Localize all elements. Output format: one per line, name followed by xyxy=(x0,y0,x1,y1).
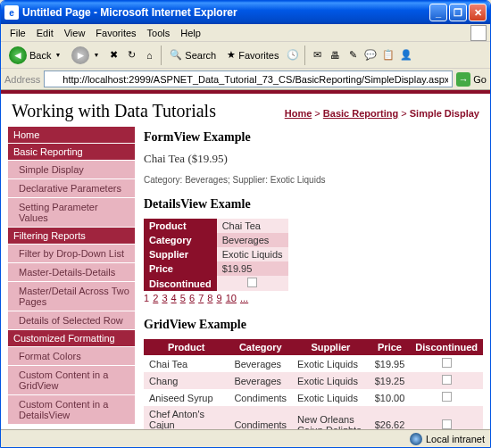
maximize-button[interactable]: ❐ xyxy=(449,4,467,21)
details-label: Discontinued xyxy=(144,276,217,291)
menu-edit[interactable]: Edit xyxy=(31,26,59,40)
details-label: Product xyxy=(144,219,217,233)
detailsview-heading: DetailsView Examle xyxy=(144,197,483,212)
pager-link[interactable]: 3 xyxy=(162,293,167,303)
nav-item[interactable]: Setting Parameter Values xyxy=(8,197,135,227)
checkbox-icon xyxy=(442,419,452,429)
favorites-button[interactable]: ★Favorites xyxy=(222,46,283,63)
pager-link[interactable]: 4 xyxy=(171,293,177,303)
grid-cell-discontinued xyxy=(410,389,483,406)
grid-cell: Exotic Liquids xyxy=(292,389,370,406)
pager-link[interactable]: 2 xyxy=(153,293,158,303)
nav-item[interactable]: Master/Detail Across Two Pages xyxy=(8,281,135,311)
grid-cell: Beverages xyxy=(229,372,292,389)
address-bar: Address →Go xyxy=(1,69,490,90)
search-button[interactable]: 🔍Search xyxy=(165,46,221,63)
grid-cell: Beverages xyxy=(229,355,292,372)
history-icon[interactable]: 🕓 xyxy=(285,47,301,63)
security-zone: Local intranet xyxy=(410,433,485,445)
breadcrumb-section[interactable]: Basic Reporting xyxy=(323,108,398,119)
browser-window: e Untitled Page - Microsoft Internet Exp… xyxy=(0,0,491,448)
table-row: ChangBeveragesExotic Liquids$19.25 xyxy=(144,372,483,389)
pager-link[interactable]: ... xyxy=(240,293,248,303)
details-value: Beverages xyxy=(217,233,288,247)
detailsview-table: ProductChai TeaCategoryBeveragesSupplier… xyxy=(144,219,288,291)
grid-column-header: Price xyxy=(370,339,411,355)
grid-cell: Condiments xyxy=(229,389,292,406)
discuss-icon[interactable]: 💬 xyxy=(362,47,379,63)
toolbar: ◄Back▼ ►▼ ✖ ↻ ⌂ 🔍Search ★Favorites 🕓 ✉ 🖶… xyxy=(1,42,490,69)
menu-tools[interactable]: Tools xyxy=(142,26,176,40)
details-value: Exotic Liquids xyxy=(217,247,288,261)
menu-favorites[interactable]: Favorites xyxy=(90,26,141,40)
minimize-button[interactable]: _ xyxy=(429,4,447,21)
main-content: FormView Example Chai Tea ($19.95) Categ… xyxy=(144,127,483,445)
menu-file[interactable]: File xyxy=(4,26,31,40)
details-value xyxy=(217,276,288,291)
nav-item[interactable]: Filter by Drop-Down List xyxy=(8,244,135,262)
breadcrumb-home[interactable]: Home xyxy=(285,108,312,119)
nav-section[interactable]: Customized Formatting xyxy=(8,330,135,346)
nav-item[interactable]: Simple Display xyxy=(8,160,135,178)
statusbar: Local intranet xyxy=(1,429,490,447)
print-icon[interactable]: 🖶 xyxy=(327,47,343,63)
grid-cell: Aniseed Syrup xyxy=(144,389,229,406)
zone-icon xyxy=(410,433,422,445)
back-button[interactable]: ◄Back▼ xyxy=(4,44,65,67)
grid-cell: Chang xyxy=(144,372,229,389)
nav-item[interactable]: Master-Details-Details xyxy=(8,262,135,281)
messenger-icon[interactable]: 👤 xyxy=(398,47,414,63)
grid-cell-discontinued xyxy=(410,355,483,372)
nav-section[interactable]: Filtering Reports xyxy=(8,228,135,244)
menu-help[interactable]: Help xyxy=(175,26,206,40)
pager-link[interactable]: 7 xyxy=(198,293,204,303)
pager-link: 1 xyxy=(144,293,149,303)
grid-column-header: Discontinued xyxy=(410,339,483,355)
details-value: Chai Tea xyxy=(217,219,288,233)
details-label: Price xyxy=(144,261,217,276)
titlebar: e Untitled Page - Microsoft Internet Exp… xyxy=(1,1,490,24)
stop-icon[interactable]: ✖ xyxy=(105,47,121,63)
pager-link[interactable]: 9 xyxy=(217,293,222,303)
sidebar: HomeBasic ReportingSimple DisplayDeclara… xyxy=(8,127,135,445)
menubar: File Edit View Favorites Tools Help xyxy=(1,24,490,42)
grid-cell-discontinued xyxy=(410,372,483,389)
refresh-icon[interactable]: ↻ xyxy=(123,47,139,63)
formview-product: Chai Tea ($19.95) xyxy=(144,152,483,166)
breadcrumb-current: Simple Display xyxy=(410,108,479,119)
grid-column-header: Category xyxy=(229,339,292,355)
menu-view[interactable]: View xyxy=(59,26,91,40)
pager-link[interactable]: 8 xyxy=(207,293,212,303)
go-button[interactable]: →Go xyxy=(456,72,487,87)
mail-icon[interactable]: ✉ xyxy=(309,47,325,63)
research-icon[interactable]: 📋 xyxy=(380,47,396,63)
close-button[interactable]: ✕ xyxy=(469,4,487,21)
gridview-heading: GridView Example xyxy=(144,318,483,332)
content-area: Working with Data Tutorials Home > Basic… xyxy=(1,90,490,445)
edit-icon[interactable]: ✎ xyxy=(345,47,361,63)
nav-section[interactable]: Home xyxy=(8,127,135,143)
grid-cell-price: $19.25 xyxy=(370,372,411,389)
grid-cell-price: $10.00 xyxy=(370,389,411,406)
table-row: Chai TeaBeveragesExotic Liquids$19.95 xyxy=(144,355,483,372)
nav-item[interactable]: Custom Content in a GridView xyxy=(8,365,135,394)
nav-item[interactable]: Format Colors xyxy=(8,346,135,365)
ie-icon: e xyxy=(4,5,19,20)
nav-item[interactable]: Declarative Parameters xyxy=(8,178,135,197)
details-value: $19.95 xyxy=(217,261,288,276)
pager-link[interactable]: 6 xyxy=(189,293,195,303)
detailsview-pager: 1 2 3 4 5 6 7 8 9 10 ... xyxy=(144,293,483,303)
nav-item[interactable]: Custom Content in a DetailsView xyxy=(8,394,135,424)
zone-label: Local intranet xyxy=(426,434,485,444)
address-label: Address xyxy=(4,74,40,85)
pager-link[interactable]: 10 xyxy=(226,293,237,303)
home-icon[interactable]: ⌂ xyxy=(141,47,157,63)
forward-button[interactable]: ►▼ xyxy=(67,44,104,67)
address-input[interactable] xyxy=(44,71,453,87)
checkbox-icon xyxy=(442,358,452,368)
window-title: Untitled Page - Microsoft Internet Explo… xyxy=(22,6,429,19)
grid-column-header: Supplier xyxy=(292,339,370,355)
nav-section[interactable]: Basic Reporting xyxy=(8,144,135,160)
nav-item[interactable]: Details of Selected Row xyxy=(8,311,135,329)
pager-link[interactable]: 5 xyxy=(180,293,186,303)
